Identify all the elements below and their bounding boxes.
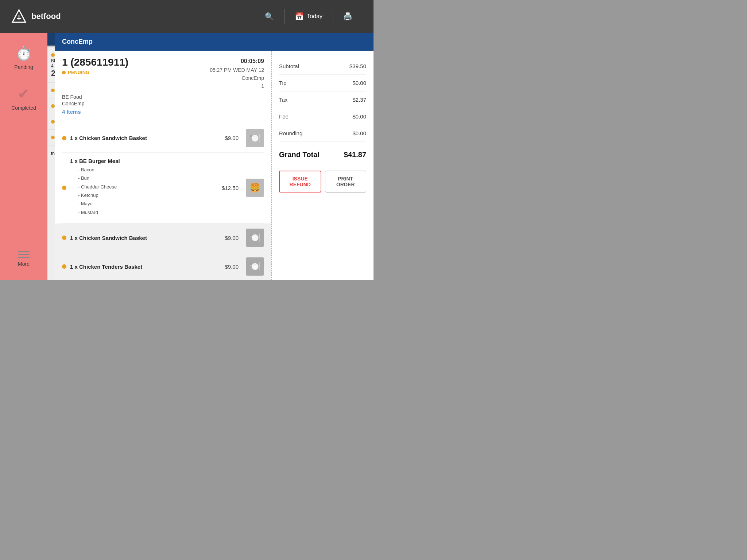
printer-icon: 🖨️ <box>343 12 352 21</box>
grand-total-row: Grand Total $41.87 <box>279 145 366 165</box>
content-area: ConcEmp ConcEmp ConcEmp PEND BE Food 4 I… <box>47 33 374 280</box>
order-title: 1 (285611911) <box>62 57 128 68</box>
item-thumbnail: 🍽️ <box>246 129 264 147</box>
divider <box>62 120 264 120</box>
modal-header: ConcEmp <box>55 33 374 51</box>
today-label: Today <box>307 13 322 20</box>
action-buttons: ISSUE REFUND PRINT ORDER <box>279 165 366 192</box>
station-num: 1 <box>210 82 264 90</box>
modal-body: 1 (285611911) PENDING 00:05:09 05:27 PM … <box>55 51 374 280</box>
tip-row: Tip $0.00 <box>279 75 366 92</box>
logo-icon <box>11 8 27 24</box>
order-time-section: 00:05:09 05:27 PM WED MAY 12 ConcEmp 1 <box>210 57 264 90</box>
totals-panel: Subtotal $39.50 Tip $0.00 Tax $2.37 Fee … <box>271 51 374 280</box>
nav-right: 🔍 📅 Today 🖨️ <box>255 9 363 24</box>
item-price: $12.50 <box>222 185 239 191</box>
subtotal-label: Subtotal <box>279 63 299 69</box>
top-navigation: betfood 🔍 📅 Today 🖨️ <box>0 0 374 33</box>
item-thumbnail: 🍽️ <box>246 257 264 276</box>
item-thumbnail: 🍽️ <box>246 229 264 247</box>
sidebar-item-pending[interactable]: ⏱️ Pending <box>0 40 47 76</box>
order-detail: 1 (285611911) PENDING 00:05:09 05:27 PM … <box>55 51 271 280</box>
subtotal-value: $39.50 <box>349 63 366 69</box>
item-name: 1 x BE Burger Meal <box>70 158 218 164</box>
item-dot <box>62 264 66 269</box>
status-text: PENDING <box>68 70 89 75</box>
vendor-name: BE Food <box>62 94 264 100</box>
items-count: 4 Items <box>62 109 264 115</box>
item-price: $9.00 <box>225 235 239 241</box>
item-thumbnail: 🍔 <box>246 179 264 197</box>
rounding-label: Rounding <box>279 130 302 136</box>
pending-badge: PENDING <box>62 70 128 75</box>
sidebar: ⏱️ Pending ✔ Completed More <box>0 33 47 280</box>
sidebar-item-completed[interactable]: ✔ Completed <box>0 79 47 117</box>
printer-nav-item[interactable]: 🖨️ <box>333 12 363 21</box>
search-nav-item[interactable]: 🔍 <box>255 12 284 21</box>
status-dot <box>51 120 55 124</box>
fee-row: Fee $0.00 <box>279 108 366 125</box>
station-info: ConcEmp <box>210 74 264 82</box>
completed-icon: ✔ <box>18 85 30 102</box>
more-label: More <box>18 261 30 267</box>
order-id-section: 1 (285611911) PENDING <box>62 57 128 79</box>
order-modal: ConcEmp 1 (285611911) PENDING <box>55 33 374 280</box>
datetime: 05:27 PM WED MAY 12 <box>210 66 264 74</box>
item-dot <box>62 186 66 190</box>
print-order-button[interactable]: PRINT ORDER <box>325 171 367 192</box>
grand-total-value: $41.87 <box>344 151 366 159</box>
tax-row: Tax $2.37 <box>279 92 366 108</box>
tax-label: Tax <box>279 97 287 103</box>
fee-value: $0.00 <box>352 113 366 120</box>
grand-total-label: Grand Total <box>279 151 320 159</box>
tip-value: $0.00 <box>352 80 366 86</box>
issue-refund-button[interactable]: ISSUE REFUND <box>279 171 321 192</box>
calendar-icon: 📅 <box>295 12 304 21</box>
order-item-4: 1 x Chicken Tenders Basket $9.00 🍽️ <box>55 252 271 280</box>
order-item-3: 1 x Chicken Sandwich Basket $9.00 🍽️ <box>55 223 271 252</box>
tip-label: Tip <box>279 80 286 86</box>
order-item-1: 1 x Chicken Sandwich Basket $9.00 🍽️ <box>62 124 264 153</box>
status-dot <box>51 89 55 92</box>
fee-label: Fee <box>279 113 289 120</box>
item-dot <box>62 136 66 140</box>
sidebar-item-more[interactable]: More <box>0 245 47 273</box>
order-time-row: 1 (285611911) PENDING 00:05:09 05:27 PM … <box>62 57 264 90</box>
rounding-value: $0.00 <box>352 130 366 136</box>
more-icon <box>18 251 30 258</box>
today-nav-item[interactable]: 📅 Today <box>285 12 333 21</box>
logo-area: betfood <box>11 8 61 24</box>
status-dot <box>51 53 55 57</box>
station-name: ConcEmp <box>62 101 264 106</box>
subtotal-row: Subtotal $39.50 <box>279 58 366 75</box>
item-price: $9.00 <box>225 135 239 141</box>
logo-text: betfood <box>31 12 61 21</box>
completed-label: Completed <box>11 105 36 111</box>
search-icon: 🔍 <box>265 12 274 21</box>
status-dot <box>51 104 55 108</box>
pending-dot <box>62 71 66 74</box>
item-name: 1 x Chicken Sandwich Basket <box>70 135 221 141</box>
order-item-2: 1 x BE Burger Meal - Bacon- Bun- Cheddar… <box>62 153 264 223</box>
rounding-row: Rounding $0.00 <box>279 125 366 142</box>
item-modifiers: - Bacon- Bun- Cheddar Cheese- Ketchup- M… <box>70 164 218 218</box>
modal-title: ConcEmp <box>62 38 93 45</box>
status-dot <box>51 136 55 139</box>
tax-value: $2.37 <box>352 97 366 103</box>
item-price: $9.00 <box>225 264 239 270</box>
timer: 00:05:09 <box>210 57 264 66</box>
pending-label: Pending <box>14 64 33 70</box>
item-name: 1 x Chicken Tenders Basket <box>70 264 221 270</box>
item-dot <box>62 236 66 240</box>
main-layout: ⏱️ Pending ✔ Completed More ConcEmp Conc… <box>0 33 374 280</box>
item-name: 1 x Chicken Sandwich Basket <box>70 235 221 241</box>
pending-icon: ⏱️ <box>16 46 32 61</box>
